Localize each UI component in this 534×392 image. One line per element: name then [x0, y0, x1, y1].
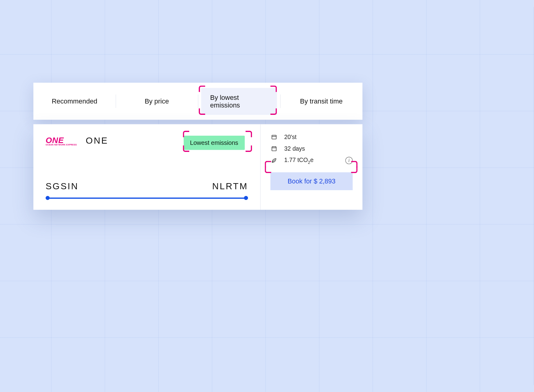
book-button[interactable]: Book for $ 2,893 — [270, 172, 353, 190]
destination-code: NLRTM — [212, 181, 248, 192]
svg-rect-0 — [272, 135, 276, 139]
transit-value: 32 days — [284, 145, 305, 152]
origin-code: SGSIN — [46, 181, 79, 192]
tab-label: Recommended — [52, 97, 97, 105]
info-icon[interactable]: i — [345, 157, 353, 164]
carrier-logo-icon: ONE OCEAN NETWORK EXPRESS — [46, 136, 77, 145]
container-spec: 20'st — [270, 133, 353, 141]
book-button-label: Book for $ 2,893 — [288, 178, 335, 185]
emissions-spec: 1.77 tCO2e i — [270, 157, 353, 164]
container-value: 20'st — [284, 134, 296, 140]
carrier-name: ONE — [86, 136, 108, 146]
tab-label: By price — [145, 97, 169, 105]
route-line-icon — [46, 196, 248, 200]
transit-spec: 32 days — [270, 145, 353, 152]
tab-recommended[interactable]: Recommended — [33, 83, 116, 120]
calendar-icon — [270, 145, 278, 152]
sort-tabs: Recommended By price By lowest emissions… — [33, 83, 363, 120]
container-icon — [270, 133, 278, 141]
result-card: ONE OCEAN NETWORK EXPRESS ONE Lowest emi… — [33, 124, 363, 210]
tab-label: By transit time — [300, 97, 343, 105]
tab-by-lowest-emissions[interactable]: By lowest emissions — [198, 83, 280, 120]
tab-label: By lowest emissions — [210, 93, 240, 108]
lowest-emissions-badge: Lowest emissions — [183, 136, 245, 150]
leaf-icon — [270, 157, 278, 164]
svg-rect-1 — [272, 147, 276, 151]
result-main: ONE OCEAN NETWORK EXPRESS ONE Lowest emi… — [33, 124, 261, 210]
route: SGSIN NLRTM — [46, 181, 248, 200]
result-details: 20'st 32 days 1.77 tCO2e i — [261, 124, 363, 210]
tab-by-transit-time[interactable]: By transit time — [280, 83, 363, 120]
blueprint-background: Recommended By price By lowest emissions… — [0, 0, 534, 392]
emissions-value: 1.77 tCO2e — [284, 157, 314, 164]
tab-by-price[interactable]: By price — [116, 83, 198, 120]
